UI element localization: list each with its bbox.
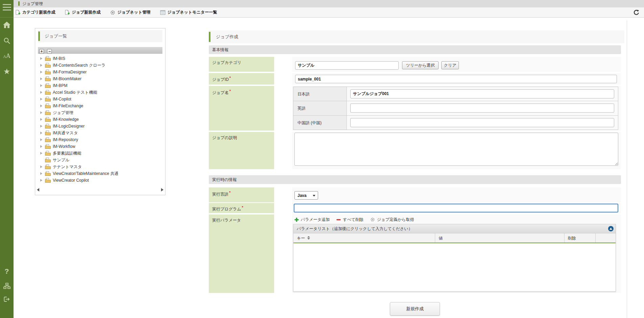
job-id-input[interactable] xyxy=(295,75,617,83)
tree-item[interactable]: テナントマスタ xyxy=(38,163,162,170)
label-exec-parameters: 実行パラメータ xyxy=(209,214,274,293)
expander-icon[interactable] xyxy=(40,118,42,121)
search-icon[interactable] xyxy=(0,37,14,46)
tree-item-label: IM-LogicDesigner xyxy=(53,124,85,129)
locale-value-zh xyxy=(347,116,618,130)
tree-item[interactable]: IM-FileExchange xyxy=(38,103,162,109)
exec-language-select[interactable]: Java xyxy=(294,191,318,200)
expander-icon[interactable] xyxy=(40,84,42,87)
tree-item-label: IM-BloomMaker xyxy=(53,76,82,81)
expander-icon[interactable] xyxy=(40,105,42,107)
nav-label: カテゴリ新規作成 xyxy=(22,9,55,15)
add-parameter-link[interactable]: パラメータ追加 xyxy=(294,217,330,223)
expander-icon[interactable] xyxy=(40,145,42,148)
column-spacer xyxy=(596,233,616,243)
job-category-input[interactable] xyxy=(295,61,399,70)
tree-item[interactable]: IM-BloomMaker xyxy=(38,75,162,82)
refresh-icon[interactable] xyxy=(633,9,639,17)
tree-item[interactable]: ViewCreator Copilot xyxy=(38,177,162,184)
create-button[interactable]: 新規作成 xyxy=(390,302,440,316)
job-name-ja-input[interactable] xyxy=(350,89,614,98)
tree-item-label: IM-Repository xyxy=(53,137,78,142)
tree-item[interactable]: IM-BIS xyxy=(38,55,162,62)
tree-item-label: IM共通マスタ xyxy=(53,130,78,136)
help-icon[interactable]: ? xyxy=(0,268,14,275)
nav-jobnet-manage[interactable]: ジョブネット管理 xyxy=(110,9,151,15)
expander-icon[interactable] xyxy=(40,91,42,94)
folder-icon xyxy=(45,104,51,108)
font-size-icon[interactable]: AA xyxy=(0,52,14,60)
home-icon[interactable] xyxy=(0,22,14,29)
locale-label-zh: 中国語 (中国) xyxy=(293,116,347,130)
scroll-right-arrow[interactable] xyxy=(161,188,163,191)
tree-item-label: 多要素認証機能 xyxy=(53,151,81,156)
locale-value-en xyxy=(347,101,618,115)
tree-item[interactable]: IM-Workflow xyxy=(38,143,162,150)
star-icon[interactable]: ★ xyxy=(0,68,14,75)
tree-item[interactable]: 多要素認証機能 xyxy=(38,150,162,157)
expander-icon[interactable] xyxy=(40,132,42,134)
tree-item-label: IM-Copilot xyxy=(53,97,71,101)
tree-item-label: IM-ContentsSearch クローラ xyxy=(53,63,106,68)
job-name-en-input[interactable] xyxy=(350,104,614,113)
tree-item[interactable]: サンプル xyxy=(38,157,162,163)
expander-icon[interactable] xyxy=(40,64,42,67)
nav-jobnet-monitor-list[interactable]: ジョブネットモニター一覧 xyxy=(160,9,217,15)
folder-icon xyxy=(45,76,51,81)
collapse-all-button[interactable]: − xyxy=(47,49,52,54)
tree-toolbar: + − xyxy=(38,47,162,54)
expander-icon[interactable] xyxy=(40,125,42,128)
expander-icon[interactable] xyxy=(40,165,42,168)
tree-item[interactable]: IM-Knowledge xyxy=(38,116,162,123)
tree-item[interactable]: IM-Copilot xyxy=(38,96,162,103)
tree-select-button[interactable]: ツリーから選択 xyxy=(402,61,439,69)
expander-icon[interactable] xyxy=(40,111,42,114)
locale-row: 英語 xyxy=(293,101,618,115)
expander-icon[interactable] xyxy=(40,138,42,141)
tree-item-label: IM-FormaDesigner xyxy=(53,70,87,74)
tree-item[interactable]: IM-ContentsSearch クローラ xyxy=(38,62,162,69)
expander-icon[interactable] xyxy=(40,98,42,100)
exec-program-input[interactable] xyxy=(294,204,618,212)
panel-accent-bar xyxy=(38,31,40,41)
tree-item[interactable]: IM-Repository xyxy=(38,136,162,143)
sitemap-icon[interactable] xyxy=(0,283,14,290)
tree-item-label: ジョブ管理 xyxy=(53,110,73,116)
job-description-textarea[interactable] xyxy=(294,133,618,166)
nav-new-job[interactable]: ジョブ新規作成 xyxy=(65,9,101,15)
menu-icon[interactable] xyxy=(3,4,11,12)
tree-item[interactable]: IM-BPM xyxy=(38,82,162,89)
section-runtime: 実行時の情報 xyxy=(209,175,621,184)
expander-icon[interactable] xyxy=(40,71,42,73)
logout-icon[interactable] xyxy=(0,296,14,303)
expander-icon[interactable] xyxy=(40,172,42,175)
delete-all-label: すべて削除 xyxy=(343,217,363,223)
locale-value-ja xyxy=(347,87,618,101)
expander-icon[interactable] xyxy=(40,179,42,182)
column-key[interactable]: キー xyxy=(293,233,435,243)
expander-icon[interactable] xyxy=(40,77,42,80)
tree-item[interactable]: IM-FormaDesigner xyxy=(38,69,162,75)
expander-icon[interactable] xyxy=(40,57,42,60)
delete-all-link[interactable]: すべて削除 xyxy=(336,217,363,223)
folder-icon xyxy=(45,124,51,129)
folder-icon xyxy=(45,144,51,149)
collapse-button[interactable] xyxy=(608,226,614,231)
scroll-left-arrow[interactable] xyxy=(37,188,39,191)
tree-item[interactable]: IM共通マスタ xyxy=(38,130,162,136)
expand-all-button[interactable]: + xyxy=(39,49,44,54)
tree-item[interactable]: Accel Studio テスト機能 xyxy=(38,89,162,96)
tree-item[interactable]: ViewCreator/TableMaintenance 共通 xyxy=(38,170,162,177)
get-from-definition-link[interactable]: ジョブ定義から取得 xyxy=(370,217,414,223)
tree-item-label: テナントマスタ xyxy=(53,164,82,170)
tree-item-label: IM-BPM xyxy=(53,83,67,88)
tree-item[interactable]: IM-LogicDesigner xyxy=(38,123,162,130)
expander-icon[interactable] xyxy=(40,152,42,155)
clear-button[interactable]: クリア xyxy=(441,61,459,69)
tree-item-label: ViewCreator Copilot xyxy=(53,178,89,183)
nav-new-category[interactable]: カテゴリ新規作成 xyxy=(15,9,55,15)
job-name-zh-input[interactable] xyxy=(350,118,614,127)
locale-label-en: 英語 xyxy=(293,101,347,115)
tree-item[interactable]: ジョブ管理 xyxy=(38,109,162,116)
add-parameter-label: パラメータ追加 xyxy=(301,217,330,223)
